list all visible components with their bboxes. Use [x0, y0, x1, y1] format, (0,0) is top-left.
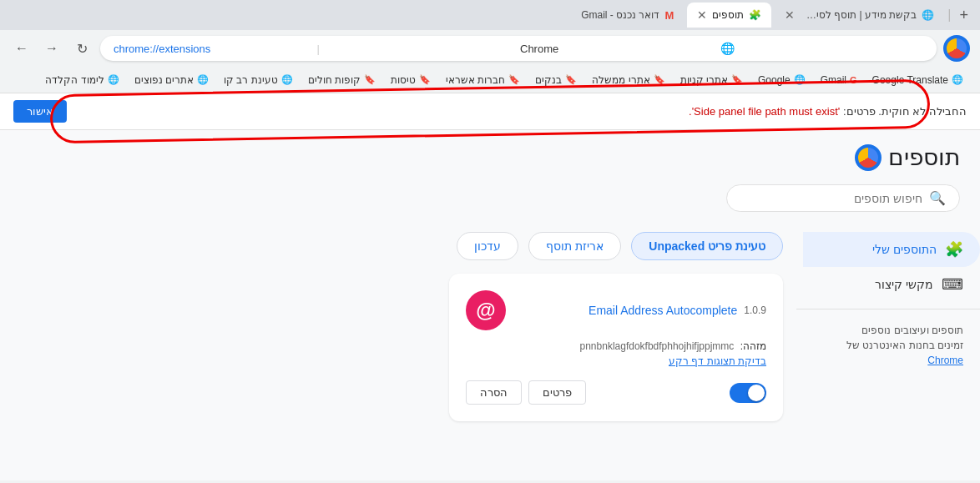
- search-container: 🔍: [726, 184, 960, 212]
- card-id-row: מזהה: pnnbnklagfdokfbdfphhojhifjppjmmc: [466, 340, 766, 352]
- banks-icon: 🔖: [565, 74, 577, 85]
- gmail-m-icon: M: [664, 9, 674, 22]
- extensions-header: תוספים: [0, 130, 980, 178]
- tab-bar: + | 🌐 בקשת מידע | תוסף לסימון הודעה ✕ 🧩 …: [0, 0, 980, 30]
- error-banner: החבילה לא חוקית. פרטים: 'Side panel file…: [0, 93, 980, 130]
- misrad-icon: 🔖: [654, 74, 665, 85]
- bookmark-popular[interactable]: 🌐 אתרים נפוצים: [128, 70, 215, 90]
- kupot-icon: 🔖: [364, 74, 376, 85]
- kniot-icon: 🔖: [731, 74, 743, 85]
- sidebar-shortcuts-icon: ⌨: [942, 275, 963, 294]
- bookmark-google-translate[interactable]: 🌐 Google Translate: [866, 70, 970, 90]
- browser-chrome: + | 🌐 בקשת מידע | תוסף לסימון הודעה ✕ 🧩 …: [0, 0, 980, 480]
- tab-separator: |: [947, 8, 951, 23]
- bookmark-gmail[interactable]: G Gmail: [814, 70, 864, 90]
- bookmark-atrei-kniot[interactable]: 🔖 אתרי קניות: [674, 70, 750, 90]
- extension-version: 1.0.9: [744, 304, 766, 316]
- tab-extension[interactable]: 🌐 בקשת מידע | תוסף לסימון הודעה ✕: [775, 3, 944, 28]
- sidebar-ext-icon: 🧩: [945, 240, 963, 259]
- pack-extension-button[interactable]: אריזת תוסף: [528, 232, 621, 260]
- page-title: תוספים: [888, 143, 960, 171]
- search-input[interactable]: [755, 192, 922, 205]
- action-buttons-row: טעינת פריט Unpacked אריזת תוסף עדכון: [13, 225, 783, 274]
- flights-icon: 🔖: [419, 74, 431, 85]
- bookmark-misrad[interactable]: 🔖 אתרי ממשלה: [585, 70, 671, 90]
- gmail-icon: G: [850, 75, 857, 85]
- bookmark-banks[interactable]: 🔖 בנקים: [528, 70, 583, 90]
- toggle-knob: [748, 385, 765, 401]
- bookmark-flights[interactable]: 🔖 טיסות: [384, 70, 437, 90]
- extensions-main-area: טעינת פריט Unpacked אריזת תוסף עדכון 1.0…: [0, 225, 796, 480]
- chrome-logo: [943, 35, 970, 62]
- sidebar-footer-text: תוספים ועיצובים נוספים זמינים בחנות האינ…: [796, 316, 980, 371]
- new-tab-button[interactable]: +: [954, 7, 973, 24]
- typing-icon: 🌐: [108, 74, 119, 85]
- extension-toggle[interactable]: [730, 383, 766, 403]
- approve-button[interactable]: אישור: [13, 100, 67, 123]
- bookmarks-bar: 🌐 Google Translate G Gmail 🌐 Google 🔖 את…: [0, 67, 980, 93]
- card-header: 1.0.9 Email Address Autocomplete @: [466, 290, 766, 330]
- browser-label: Chrome: [520, 43, 720, 55]
- check-views-link[interactable]: בדיקת תצוגות דף רקע: [466, 355, 766, 367]
- bookmark-kupot[interactable]: 🔖 קופות חולים: [301, 70, 382, 90]
- google-icon: 🌐: [794, 74, 806, 85]
- ravkav-icon: 🌐: [281, 74, 293, 85]
- bookmark-typing[interactable]: 🌐 לימוד הקלדה: [38, 70, 125, 90]
- browser-globe-icon: 🌐: [720, 42, 921, 55]
- main-content: תוספים 🔍 🧩 התוספים שלי ⌨ מקשי קיצור: [0, 130, 980, 480]
- tab-gmail[interactable]: M דואר נכנס - Gmail: [571, 3, 684, 28]
- chrome-header-logo: [855, 144, 881, 171]
- tab-extensions[interactable]: 🧩 תוספים ✕: [687, 3, 771, 28]
- url-text: chrome://extensions: [114, 43, 314, 55]
- search-row: 🔍: [0, 178, 980, 225]
- chrome-store-link[interactable]: Chrome: [927, 355, 963, 366]
- tab-close-icon[interactable]: ✕: [785, 8, 795, 22]
- address-bar[interactable]: chrome://extensions | Chrome 🌐: [100, 36, 937, 61]
- sidebar: 🧩 התוספים שלי ⌨ מקשי קיצור תוספים ועיצוב…: [796, 225, 980, 480]
- bookmark-google[interactable]: 🌐 Google: [751, 70, 812, 90]
- back-button[interactable]: ←: [10, 37, 33, 60]
- credit-icon: 🔖: [508, 74, 520, 85]
- tab-globe-icon: 🌐: [922, 9, 934, 21]
- bookmark-rav-kav[interactable]: 🌐 טעינת רב קו: [217, 70, 300, 90]
- card-buttons: פרטים הסרה: [466, 380, 586, 405]
- title-row: תוספים: [855, 143, 960, 171]
- extension-id: pnnbnklagfdokfbdfphhojhifjppjmmc: [580, 340, 735, 352]
- search-icon: 🔍: [929, 190, 946, 206]
- sidebar-divider: [796, 309, 980, 309]
- forward-button[interactable]: →: [40, 37, 63, 60]
- remove-button[interactable]: הסרה: [466, 380, 522, 405]
- extension-card: 1.0.9 Email Address Autocomplete @ מזהה:…: [449, 274, 783, 421]
- sidebar-item-shortcuts[interactable]: ⌨ מקשי קיצור: [803, 267, 980, 302]
- card-footer: פרטים הסרה: [466, 380, 766, 405]
- gt-icon: 🌐: [952, 74, 963, 85]
- tab-ext-icon: 🧩: [749, 9, 761, 21]
- extension-name: Email Address Autocomplete: [589, 304, 737, 317]
- details-button[interactable]: פרטים: [528, 380, 586, 405]
- card-title-row: 1.0.9 Email Address Autocomplete: [589, 304, 766, 317]
- sidebar-item-my-extensions[interactable]: 🧩 התוספים שלי: [803, 232, 980, 267]
- address-bar-row: ← → ↻ chrome://extensions | Chrome 🌐: [0, 30, 980, 67]
- content-layout: 🧩 התוספים שלי ⌨ מקשי קיצור תוספים ועיצוב…: [0, 225, 980, 480]
- tab-ext-close-icon[interactable]: ✕: [697, 8, 707, 22]
- extension-icon: @: [466, 290, 506, 330]
- update-button[interactable]: עדכון: [457, 232, 518, 260]
- refresh-button[interactable]: ↻: [70, 37, 93, 60]
- popular-icon: 🌐: [197, 74, 209, 85]
- error-message: החבילה לא חוקית. פרטים: 'Side panel file…: [77, 105, 967, 118]
- bookmark-credit[interactable]: 🔖 חברות אשראי: [439, 70, 527, 90]
- load-unpacked-button[interactable]: טעינת פריט Unpacked: [631, 232, 783, 260]
